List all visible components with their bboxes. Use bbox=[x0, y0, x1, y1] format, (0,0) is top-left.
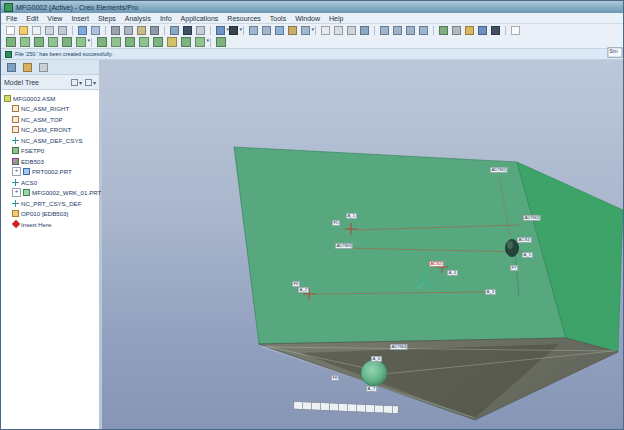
tree-item-nc-asm-right[interactable]: NC_ASM_RIGHT bbox=[1, 104, 99, 115]
print-preview-button[interactable] bbox=[57, 25, 68, 36]
auto-drilling-button[interactable] bbox=[166, 36, 178, 48]
chevron-down-icon[interactable]: ▾ bbox=[87, 38, 90, 43]
help-button[interactable] bbox=[510, 25, 521, 36]
volume-milling-button[interactable] bbox=[5, 36, 17, 48]
style-hidden-line-button[interactable] bbox=[333, 25, 344, 36]
print-button[interactable] bbox=[44, 25, 55, 36]
local-milling-button[interactable] bbox=[19, 36, 31, 48]
style-shaded-button[interactable] bbox=[359, 25, 370, 36]
menu-insert[interactable]: Insert bbox=[71, 15, 89, 22]
face-milling-button[interactable] bbox=[47, 36, 59, 48]
open-icon bbox=[19, 26, 28, 35]
tree-item-acs0[interactable]: ACS0 bbox=[1, 177, 99, 188]
cl-data-button[interactable] bbox=[180, 36, 192, 48]
trajectory-milling-button[interactable] bbox=[124, 36, 136, 48]
find-button[interactable] bbox=[182, 25, 193, 36]
select-button[interactable] bbox=[195, 25, 206, 36]
tree-settings-button[interactable]: ▾ bbox=[85, 79, 96, 86]
refit-button[interactable] bbox=[274, 25, 285, 36]
regenerate-icon bbox=[170, 26, 179, 35]
menu-analysis[interactable]: Analysis bbox=[125, 15, 151, 22]
menu-steps[interactable]: Steps bbox=[98, 15, 116, 22]
annotations-button[interactable] bbox=[438, 25, 449, 36]
model-tree-tab[interactable] bbox=[5, 62, 17, 73]
style-hidden-line-icon bbox=[334, 26, 343, 35]
window-title: MFG0002 (Active) - Creo Elements/Pro bbox=[16, 4, 138, 11]
datum-axes-button[interactable] bbox=[392, 25, 403, 36]
saved-orientations-button[interactable]: ▾ bbox=[300, 25, 311, 36]
tree-item-mfg0002-wrk-01-prt[interactable]: +MFG0002_WRK_01.PRT bbox=[1, 188, 99, 199]
selection-filter[interactable]: Sm bbox=[607, 47, 622, 57]
model-tree-tab-icon bbox=[7, 63, 16, 72]
datum-planes-icon bbox=[380, 26, 389, 35]
tree-show-button[interactable]: ▾ bbox=[71, 79, 82, 86]
menu-window[interactable]: Window bbox=[295, 15, 320, 22]
folder-browser-tab[interactable] bbox=[21, 62, 33, 73]
shade-button[interactable]: ▾ bbox=[228, 25, 239, 36]
chevron-down-icon[interactable]: ▾ bbox=[311, 27, 314, 32]
redo-button[interactable] bbox=[90, 25, 101, 36]
expand-icon[interactable]: + bbox=[12, 167, 21, 176]
menu-help[interactable]: Help bbox=[329, 15, 343, 22]
paste-special-button[interactable] bbox=[149, 25, 160, 36]
undo-icon bbox=[78, 26, 87, 35]
pocketing-button[interactable]: ▾ bbox=[75, 36, 87, 48]
profile-milling-button[interactable] bbox=[61, 36, 73, 48]
zoom-in-icon bbox=[249, 26, 258, 35]
zoom-out-button[interactable] bbox=[261, 25, 272, 36]
chevron-down-icon[interactable]: ▾ bbox=[239, 27, 242, 32]
tree-item-mfg0002-asm[interactable]: MFG0002.ASM bbox=[1, 93, 99, 104]
datum-points-button[interactable] bbox=[405, 25, 416, 36]
datum-csys-button[interactable] bbox=[418, 25, 429, 36]
tree-item-insert-here[interactable]: Insert Here bbox=[1, 219, 99, 230]
tree-item-nc-asm-top[interactable]: NC_ASM_TOP bbox=[1, 114, 99, 125]
tree-item-op010-edb503-[interactable]: OP010 [EDB503] bbox=[1, 209, 99, 220]
tree-item-nc-asm-front[interactable]: NC_ASM_FRONT bbox=[1, 125, 99, 136]
spin-center-button[interactable] bbox=[490, 25, 501, 36]
model-colors-button[interactable] bbox=[464, 25, 475, 36]
repaint-button[interactable] bbox=[287, 25, 298, 36]
menu-resources[interactable]: Resources bbox=[227, 15, 260, 22]
view-manager-button[interactable] bbox=[477, 25, 488, 36]
favorites-tab[interactable] bbox=[37, 62, 49, 73]
menu-info[interactable]: Info bbox=[160, 15, 172, 22]
menu-tools[interactable]: Tools bbox=[270, 15, 286, 22]
cut-button[interactable] bbox=[110, 25, 121, 36]
holemaking-button[interactable] bbox=[110, 36, 122, 48]
copy-button[interactable] bbox=[123, 25, 134, 36]
view-window-button[interactable]: ▾ bbox=[215, 25, 226, 36]
surface-milling-button[interactable] bbox=[33, 36, 45, 48]
profile-milling-icon bbox=[62, 37, 72, 47]
tree-item-nc-asm-def-csys[interactable]: NC_ASM_DEF_CSYS bbox=[1, 135, 99, 146]
save-button[interactable] bbox=[31, 25, 42, 36]
engraving-button[interactable] bbox=[138, 36, 150, 48]
tree-item-fsetp0[interactable]: FSETP0 bbox=[1, 146, 99, 157]
undo-button[interactable] bbox=[77, 25, 88, 36]
tree-item-label: NC_ASM_FRONT bbox=[21, 127, 71, 133]
tree-item-prt0002-prt[interactable]: +PRT0002.PRT bbox=[1, 167, 99, 178]
play-path-button[interactable]: ▾ bbox=[194, 36, 206, 48]
expand-icon[interactable]: + bbox=[12, 188, 21, 197]
title-bar[interactable]: MFG0002 (Active) - Creo Elements/Pro bbox=[1, 1, 623, 13]
menu-edit[interactable]: Edit bbox=[26, 15, 38, 22]
layers-button[interactable] bbox=[451, 25, 462, 36]
tree-item-edb503[interactable]: EDB503 bbox=[1, 156, 99, 167]
thread-milling-button[interactable] bbox=[152, 36, 164, 48]
menu-view[interactable]: View bbox=[47, 15, 62, 22]
menu-file[interactable]: File bbox=[6, 15, 17, 22]
regenerate-button[interactable] bbox=[169, 25, 180, 36]
menu-applications[interactable]: Applications bbox=[181, 15, 219, 22]
style-no-hidden-button[interactable] bbox=[346, 25, 357, 36]
style-wireframe-button[interactable] bbox=[320, 25, 331, 36]
tree-item-nc-prt-csys-def[interactable]: NC_PRT_CSYS_DEF bbox=[1, 198, 99, 209]
chevron-down-icon[interactable]: ▾ bbox=[206, 38, 209, 43]
new-button[interactable] bbox=[5, 25, 16, 36]
graphics-area[interactable] bbox=[102, 60, 623, 429]
open-button[interactable] bbox=[18, 25, 29, 36]
paste-button[interactable] bbox=[136, 25, 147, 36]
zoom-in-button[interactable] bbox=[248, 25, 259, 36]
datum-planes-button[interactable] bbox=[379, 25, 390, 36]
datum-csys-icon bbox=[419, 26, 428, 35]
drilling-button[interactable] bbox=[96, 36, 108, 48]
tool-manager-button[interactable] bbox=[215, 36, 227, 48]
